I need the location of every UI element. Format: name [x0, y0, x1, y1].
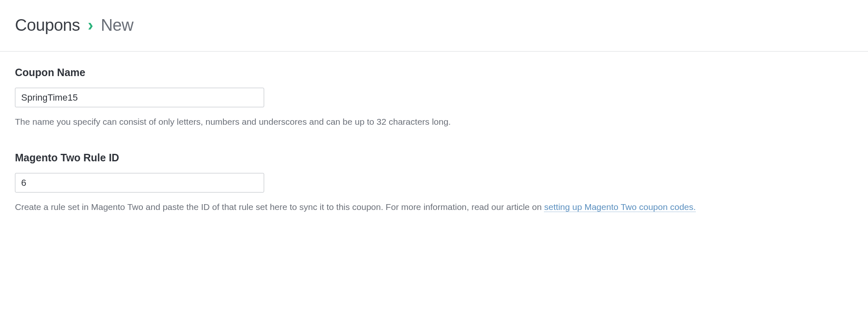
breadcrumb: Coupons › New	[15, 16, 853, 35]
coupon-name-help: The name you specify can consist of only…	[15, 116, 853, 128]
rule-id-help-text: Create a rule set in Magento Two and pas…	[15, 202, 544, 212]
page-header: Coupons › New	[0, 0, 868, 51]
breadcrumb-root[interactable]: Coupons	[15, 16, 80, 34]
chevron-right-icon: ›	[84, 16, 96, 34]
coupon-name-input[interactable]	[15, 88, 264, 107]
rule-id-help: Create a rule set in Magento Two and pas…	[15, 201, 853, 213]
form-area: Coupon Name The name you specify can con…	[0, 52, 868, 213]
coupon-name-label: Coupon Name	[15, 67, 853, 79]
rule-id-label: Magento Two Rule ID	[15, 152, 853, 164]
rule-id-group: Magento Two Rule ID Create a rule set in…	[15, 152, 853, 213]
breadcrumb-current: New	[101, 16, 134, 34]
rule-id-help-link[interactable]: setting up Magento Two coupon codes.	[544, 202, 696, 212]
rule-id-input[interactable]	[15, 173, 264, 193]
coupon-name-group: Coupon Name The name you specify can con…	[15, 67, 853, 128]
